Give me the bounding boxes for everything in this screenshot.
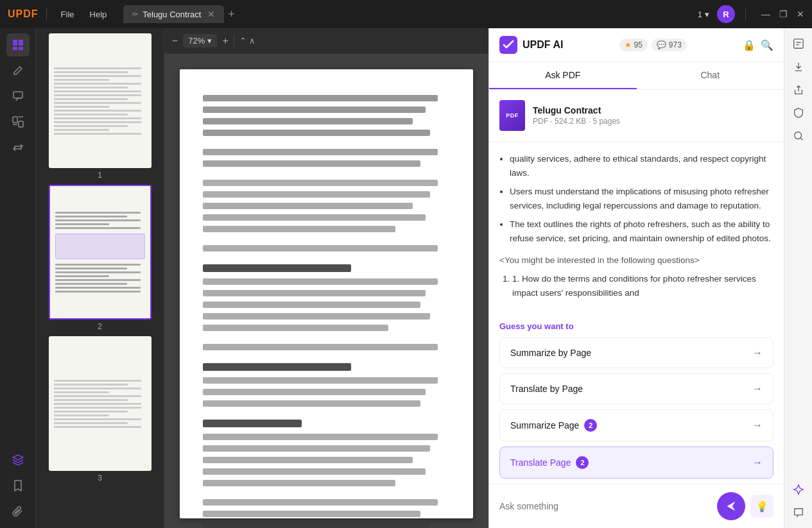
sidebar-thumbnail-icon[interactable]	[6, 33, 30, 56]
sidebar-bookmark-icon[interactable]	[6, 474, 30, 497]
sidebar-organize-icon[interactable]	[6, 110, 30, 133]
file-name: Telugu Contract	[533, 105, 773, 115]
titlebar-nav: File Help	[55, 7, 114, 22]
window-controls: — ❐ ✕	[761, 9, 804, 19]
zoom-in-button[interactable]: +	[222, 35, 228, 47]
file-type-icon: PDF	[499, 100, 525, 131]
file-info: PDF Telugu Contract PDF · 524.2 KB · 5 p…	[489, 90, 784, 142]
suggest-summarize-page[interactable]: Summarize Page 2 →	[499, 409, 773, 441]
main-layout: 1	[0, 28, 812, 528]
right-protect-icon[interactable]	[788, 103, 809, 123]
document-area: − 72% ▾ + ⌃ ∧	[164, 28, 488, 528]
app-logo: UPDF	[8, 8, 39, 20]
page-navigator: 1 ▾	[698, 10, 709, 19]
ai-ask-input[interactable]	[499, 501, 712, 511]
svg-rect-4	[13, 92, 22, 98]
suggest-badge-translate: 2	[576, 456, 589, 469]
close-button[interactable]: ✕	[797, 9, 804, 19]
help-menu[interactable]: Help	[83, 7, 114, 22]
ai-content: PDF Telugu Contract PDF · 524.2 KB · 5 p…	[489, 90, 784, 484]
suggest-text-summarize-page: Summarize Page	[510, 420, 579, 430]
ai-header-actions: 🔒 🔍	[743, 39, 773, 51]
thumb-num-3: 3	[98, 473, 102, 482]
sidebar-layers-icon[interactable]	[6, 448, 30, 472]
suggest-arrow-4: →	[752, 457, 763, 468]
zoom-dropdown-icon: ▾	[207, 36, 212, 46]
suggest-badge-summarize: 2	[584, 419, 597, 432]
titlebar-divider	[46, 8, 47, 21]
thumb-image-2	[49, 185, 151, 319]
file-type-label: PDF	[506, 112, 519, 119]
suggest-translate-page[interactable]: Translate Page 2 →	[499, 447, 773, 479]
right-comment-icon[interactable]	[788, 502, 809, 523]
ai-send-button[interactable]	[717, 492, 745, 520]
suggest-summarize-by-page[interactable]: Summarize by Page →	[499, 337, 773, 368]
sidebar-attachment-icon[interactable]	[6, 500, 30, 523]
thumb-image-1	[49, 33, 151, 168]
star-count: 95	[634, 40, 643, 49]
page-scroll-buttons: ⌃ ∧	[239, 36, 255, 46]
response-bullet-3: The text outlines the rights of photo re…	[510, 217, 773, 245]
active-tab[interactable]: ✏ Telugu Contract ✕	[123, 5, 224, 23]
ai-panel: UPDF AI ★ 95 💬 973 🔒 🔍 Ask PDF Chat	[488, 28, 784, 528]
suggest-text-translate-by-page: Translate by Page	[510, 384, 583, 394]
minimize-button[interactable]: —	[761, 9, 770, 19]
chat-icon: 💬	[657, 40, 666, 49]
tab-chat[interactable]: Chat	[637, 62, 784, 89]
sidebar-comment-icon[interactable]	[6, 85, 30, 108]
user-avatar[interactable]: R	[717, 5, 735, 23]
add-tab-button[interactable]: +	[228, 8, 235, 21]
right-ocr-icon[interactable]	[788, 33, 809, 54]
lock-icon[interactable]: 🔒	[743, 39, 756, 51]
svg-rect-1	[19, 40, 23, 46]
tab-ask-pdf[interactable]: Ask PDF	[489, 62, 637, 89]
zoom-out-button[interactable]: −	[172, 35, 178, 47]
svg-rect-2	[13, 47, 17, 50]
tab-bar: ✏ Telugu Contract ✕ +	[123, 5, 693, 23]
suggest-translate-by-page[interactable]: Translate by Page →	[499, 373, 773, 404]
toolbar-divider	[234, 35, 234, 47]
chat-count: 973	[669, 40, 682, 49]
current-page: 1	[698, 10, 702, 19]
ai-logo: UPDF AI	[499, 36, 563, 54]
ai-tabs: Ask PDF Chat	[489, 62, 784, 90]
sidebar-edit-icon[interactable]	[6, 59, 30, 82]
ai-lightbulb-button[interactable]: 💡	[750, 495, 773, 518]
search-icon[interactable]: 🔍	[761, 39, 773, 51]
scroll-up-button[interactable]: ∧	[249, 36, 255, 46]
svg-rect-0	[13, 40, 17, 46]
file-menu[interactable]: File	[55, 7, 81, 22]
thumbnail-page-2[interactable]: 2	[41, 185, 159, 331]
document-toolbar: − 72% ▾ + ⌃ ∧	[164, 28, 488, 54]
maximize-button[interactable]: ❐	[779, 9, 788, 19]
response-bullet-1: quality services, adhere to ethical stan…	[510, 152, 773, 180]
page-dropdown-icon[interactable]: ▾	[705, 10, 709, 19]
ai-credits: ★ 95 💬 973	[619, 38, 687, 51]
thumb-num-2: 2	[98, 322, 102, 331]
star-icon: ★	[625, 40, 632, 49]
scroll-to-top-button[interactable]: ⌃	[239, 36, 246, 46]
titlebar: UPDF File Help ✏ Telugu Contract ✕ + 1 ▾…	[0, 0, 812, 28]
followup-item-1: 1. How do the terms and conditions for p…	[512, 272, 773, 300]
titlebar-right: 1 ▾ R — ❐ ✕	[698, 5, 804, 23]
thumbnail-page-3[interactable]: 3	[41, 336, 159, 482]
file-details: Telugu Contract PDF · 524.2 KB · 5 pages	[533, 105, 773, 126]
thumbnail-panel: 1	[36, 28, 164, 528]
star-credits-badge: ★ 95	[619, 38, 648, 51]
ai-header: UPDF AI ★ 95 💬 973 🔒 🔍	[489, 28, 784, 62]
suggest-arrow-1: →	[752, 347, 763, 359]
right-export-icon[interactable]	[788, 56, 809, 77]
svg-rect-6	[19, 121, 23, 127]
suggested-label: Guess you want to	[499, 321, 773, 331]
file-meta: PDF · 524.2 KB · 5 pages	[533, 117, 773, 126]
tab-close-button[interactable]: ✕	[207, 9, 215, 19]
right-search-icon[interactable]	[788, 126, 809, 146]
tab-label: Telugu Contract	[143, 10, 201, 19]
zoom-display[interactable]: 72% ▾	[183, 34, 217, 47]
sidebar-convert-icon[interactable]	[6, 136, 30, 159]
suggest-arrow-2: →	[752, 383, 763, 395]
right-share-icon[interactable]	[788, 80, 809, 100]
thumbnail-page-1[interactable]: 1	[41, 33, 159, 180]
right-ai-icon[interactable]	[788, 479, 809, 500]
sidebar-left	[0, 28, 36, 528]
